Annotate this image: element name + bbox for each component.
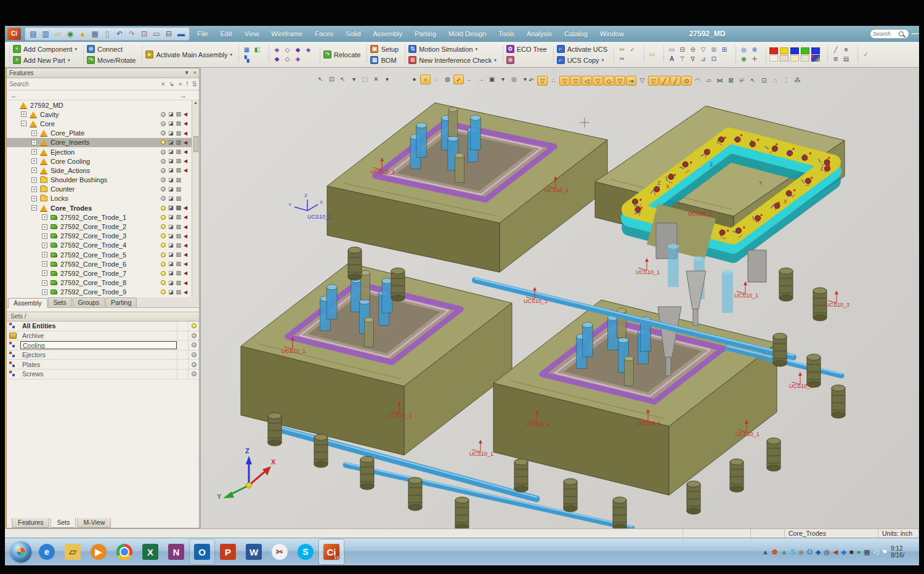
hidden-line-cube-icon[interactable]: ◆ <box>293 46 302 54</box>
print-icon[interactable]: ▭ <box>151 28 162 39</box>
preview-icon[interactable]: ◪ <box>168 243 174 248</box>
expander-icon[interactable]: + <box>42 233 47 239</box>
expander-icon[interactable]: + <box>31 158 37 164</box>
solid-box-icon[interactable]: ▨ <box>176 243 181 248</box>
solid-box-icon[interactable]: ▨ <box>176 214 181 220</box>
tree-item-27592-core-trode-9[interactable]: +27592_Core_Trode_9◪▨◀ <box>7 288 192 297</box>
tree-item-27592-core-trode-8[interactable]: +27592_Core_Trode_8◪▨◀ <box>7 278 192 288</box>
preview-icon[interactable]: ◪ <box>168 205 174 211</box>
set-bulb-icon[interactable] <box>192 342 197 347</box>
filter-alert-icon[interactable]: ! <box>187 81 188 87</box>
zoom-out-icon[interactable]: ⊖ <box>688 46 697 54</box>
solid-box-icon[interactable]: ▨ <box>176 149 181 155</box>
funnel-1-icon[interactable]: ▽ <box>537 76 548 86</box>
brush-icon[interactable]: ✓ <box>861 51 870 59</box>
anchor-pin-icon[interactable]: ◀ <box>184 205 189 211</box>
preview-icon[interactable]: ◪ <box>168 196 174 201</box>
section-cube-icon[interactable]: ◈ <box>293 55 302 63</box>
graphics-viewport[interactable]: ↖⊡↖▾⬚✕▾ ●○◌◍✓←→▣▾◎▾ ↶▽∴▽▽◁▽◇▽⇥▽▽╱╱⊙◠▱⋈⊠⊬… <box>200 68 919 528</box>
tab-assembly[interactable]: Assembly <box>8 298 47 308</box>
visibility-bulb-icon[interactable] <box>161 140 166 145</box>
taskbar-skype[interactable]: S <box>293 540 318 564</box>
swatch-pale-1[interactable] <box>769 55 778 62</box>
dimension-icon[interactable]: ⊟ <box>678 46 687 54</box>
preview-icon[interactable]: ◪ <box>168 289 174 295</box>
screen-icon[interactable]: ▬ <box>176 28 187 39</box>
tree-item-27592-md[interactable]: 27592_MD <box>7 100 192 110</box>
import-icon[interactable]: ◉ <box>65 28 76 39</box>
anchor-pin-icon[interactable]: ◀ <box>184 261 189 267</box>
app-icon[interactable]: Ci <box>7 28 21 40</box>
preview-icon[interactable]: ◪ <box>168 177 174 183</box>
nabla-icon[interactable]: ▽ <box>699 46 708 54</box>
visibility-bulb-icon[interactable] <box>161 280 166 285</box>
set-row-archive[interactable]: Archive <box>7 331 199 341</box>
menu-edit[interactable]: Edit <box>214 26 238 42</box>
align-icon[interactable]: ◧ <box>253 46 262 54</box>
deselect-icon[interactable]: ✕ <box>371 75 381 84</box>
preview-icon[interactable]: ◪ <box>168 214 174 220</box>
visibility-bulb-icon[interactable] <box>161 233 166 238</box>
minimize-button[interactable]: — <box>912 30 918 37</box>
connect-points-icon[interactable]: ⁂ <box>792 76 803 86</box>
bulb-on-icon[interactable]: ○ <box>420 75 431 84</box>
stamp-icon[interactable]: ✓ <box>628 46 637 54</box>
solid-box-icon[interactable]: ▨ <box>176 252 181 257</box>
bottom-tab-features[interactable]: Features <box>12 518 49 528</box>
shaded-cube-icon[interactable]: ◈ <box>272 46 282 54</box>
preview-icon[interactable]: ◪ <box>168 168 174 173</box>
relative-icon[interactable]: ⁚ <box>781 76 792 86</box>
zoom-box-icon[interactable]: ◎ <box>509 75 519 84</box>
tree-scrollbar-thumb[interactable] <box>193 136 198 152</box>
anchor-pin-icon[interactable]: ◀ <box>184 224 189 230</box>
solid-box-icon[interactable]: ▨ <box>176 280 181 286</box>
set-bulb-icon[interactable] <box>192 333 197 338</box>
swatch-blue-large[interactable] <box>811 47 820 54</box>
mold-assembly-model[interactable]: UCS10_1UCS10_1UCS10_1UCS10_1UCS10_1UCS10… <box>201 68 919 528</box>
tray-speaker-icon[interactable]: ◀ <box>833 548 838 556</box>
zoom-extent-icon[interactable]: ⊕ <box>750 46 759 54</box>
show-set-icon[interactable]: ✓ <box>453 75 464 84</box>
expander-icon[interactable]: + <box>42 243 47 248</box>
swatch-blue[interactable] <box>790 47 799 54</box>
visibility-bulb-icon[interactable] <box>161 289 166 294</box>
frame-icon[interactable]: ⊡ <box>709 55 718 63</box>
pattern-small-icon[interactable]: ▚ <box>242 55 251 63</box>
pick-dropdown-icon[interactable]: ▾ <box>349 75 359 84</box>
solid-box-icon[interactable]: ▨ <box>176 205 181 211</box>
tray-drive-icon[interactable]: ▲ <box>781 548 788 556</box>
tray-outlook-icon[interactable]: O <box>807 548 813 556</box>
swatch-red[interactable] <box>769 47 778 54</box>
pattern-grid-icon[interactable]: ▦ <box>242 46 251 54</box>
surface-tool-icon[interactable]: ⊠ <box>726 76 736 86</box>
hidden-icons-chevron[interactable]: ▲ <box>762 548 769 556</box>
anchor-pin-icon[interactable]: ◀ <box>184 168 189 173</box>
ribbon-activate-main-assembly[interactable]: ▸Activate Main Assembly▾ <box>145 50 232 60</box>
zoom-select-icon[interactable]: ◉ <box>739 55 748 63</box>
swatch-yellow[interactable] <box>780 47 788 54</box>
expander-icon[interactable]: + <box>31 131 37 136</box>
solid-box-icon[interactable]: ▨ <box>176 131 181 136</box>
ribbon-setup[interactable]: ▣Setup <box>370 44 399 54</box>
taskbar-media-player[interactable]: ▶ <box>86 540 111 564</box>
visibility-bulb-icon[interactable] <box>161 224 166 229</box>
expander-icon[interactable]: + <box>31 149 37 155</box>
expander-icon[interactable]: + <box>42 280 47 286</box>
visibility-bulb-icon[interactable] <box>161 168 166 173</box>
ribbon-add-component[interactable]: +Add Component▾ <box>13 44 77 54</box>
trim-icon[interactable]: ✂ <box>617 55 626 63</box>
tree-item-locks[interactable]: +Locks◪▨ <box>7 194 192 203</box>
visibility-bulb-icon[interactable] <box>161 177 166 182</box>
circle-tool-icon[interactable]: ⊙ <box>681 76 692 86</box>
spline-tool-icon[interactable]: ⋈ <box>715 76 725 86</box>
tray-green-icon[interactable]: ● <box>857 548 861 556</box>
orbit-icon[interactable]: ✛ <box>750 55 759 63</box>
tree-item-shoulder-bushings[interactable]: +Shoulder Bushings◪▨ <box>7 176 192 185</box>
hatch-icon[interactable]: ▤ <box>841 55 851 63</box>
cut-icon[interactable]: ✂ <box>617 46 626 54</box>
solid-box-icon[interactable]: ▨ <box>176 177 181 183</box>
solid-box-icon[interactable]: ▨ <box>176 168 181 173</box>
swatch-gradient[interactable] <box>811 55 820 62</box>
zoom-window-icon[interactable]: ◎ <box>739 46 748 54</box>
tree-item-27592-core-trode-6[interactable]: +27592_Core_Trode_6◪▨◀ <box>7 259 192 269</box>
